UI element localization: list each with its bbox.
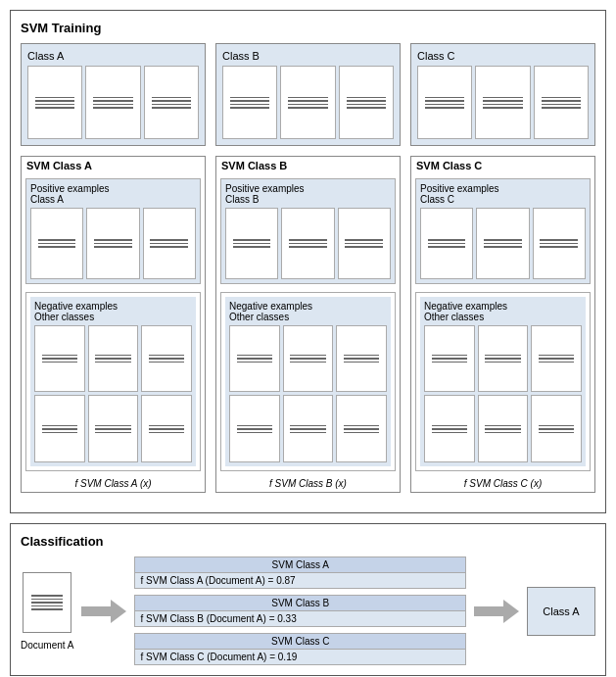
svm-a-neg-label: Negative examples Other classes [34,301,192,322]
svm-b-function: f SVM Class B (x) [216,475,400,492]
svm-c-neg-label: Negative examples Other classes [424,301,582,322]
svm-a-negative: Negative examples Other classes [25,292,201,472]
doc-icon [424,395,475,462]
svm-c-neg-inner: Negative examples Other classes [420,297,586,467]
svm-a-pos-label: Positive examples Class A [30,183,196,205]
svm-class-c-title: SVM Class C [411,157,594,174]
doc-icon [30,208,83,278]
svm-result-c-value: f SVM Class C (Document A) = 0.19 [135,650,465,664]
doc-icon [88,395,139,462]
doc-icon [85,66,140,139]
class-c-docs [417,66,589,139]
svm-result-c: SVM Class C f SVM Class C (Document A) =… [134,633,466,665]
svm-c-positive: Positive examples Class C [415,178,591,283]
doc-icon [336,325,387,393]
class-b-docs [222,66,394,139]
document-a-label: Document A [21,640,73,651]
class-a-docs [27,66,199,139]
doc-icon [229,325,280,393]
svm-c-negative: Negative examples Other classes [415,292,591,472]
svm-result-b-value: f SVM Class B (Document A) = 0.33 [135,611,465,626]
doc-icon [143,208,196,278]
classification-output: Class A [527,587,595,636]
training-section: SVM Training Class A Class B Class C [10,10,606,513]
doc-icon [225,208,278,278]
svm-b-neg-label: Negative examples Other classes [229,301,387,322]
doc-icon [280,66,335,139]
svm-b-neg-inner: Negative examples Other classes [225,297,391,467]
svm-result-a: SVM Class A f SVM Class A (Document A) =… [134,556,466,589]
doc-icon [476,208,529,278]
svm-class-c: SVM Class C Positive examples Class C Ne… [410,156,595,493]
doc-icon [531,395,582,462]
svm-result-b-header: SVM Class B [135,596,465,611]
svm-result-b: SVM Class B f SVM Class B (Document A) =… [134,595,466,627]
svm-a-neg-inner: Negative examples Other classes [30,297,196,467]
classification-section: Classification Document A SVM C [10,523,606,676]
doc-icon [34,395,85,462]
doc-icon [475,66,530,139]
svm-class-a: SVM Class A Positive examples Class A Ne… [21,156,206,493]
doc-icon [281,208,334,278]
svm-results: SVM Class A f SVM Class A (Document A) =… [134,556,466,665]
svm-result-a-value: f SVM Class A (Document A) = 0.87 [135,573,465,588]
doc-icon [531,325,582,393]
arrow-to-result [474,600,519,623]
class-a-box: Class A [21,43,206,146]
doc-icon [478,325,529,393]
doc-icon [283,325,334,393]
svm-result-a-header: SVM Class A [135,557,465,573]
doc-icon [339,66,394,139]
doc-icon [533,208,586,278]
doc-icon [478,395,529,462]
doc-icon [424,325,475,393]
doc-icon [336,395,387,462]
document-a-icon [23,572,71,633]
doc-icon [86,208,139,278]
svm-classes-row: SVM Class A Positive examples Class A Ne… [21,156,595,493]
doc-icon [417,66,472,139]
class-c-box: Class C [410,43,595,146]
doc-icon [338,208,391,278]
document-a: Document A [21,572,73,651]
svm-c-pos-label: Positive examples Class C [420,183,586,205]
doc-icon [27,66,82,139]
training-title: SVM Training [21,21,595,35]
svm-b-pos-label: Positive examples Class B [225,183,391,205]
svm-class-b: SVM Class B Positive examples Class B Ne… [215,156,401,493]
doc-icon [144,66,199,139]
class-b-box: Class B [215,43,401,146]
classification-inner: Document A SVM Class A f SVM Class A (Do… [21,556,595,665]
svm-class-a-title: SVM Class A [22,157,205,174]
class-c-label: Class C [417,50,589,62]
doc-icon [420,208,473,278]
doc-icon [141,395,192,462]
doc-icon [34,325,85,393]
doc-icon [534,66,589,139]
svm-result-c-header: SVM Class C [135,634,465,650]
doc-icon [88,325,139,393]
svm-class-b-title: SVM Class B [216,157,400,174]
svm-c-function: f SVM Class C (x) [411,475,594,492]
doc-icon [229,395,280,462]
arrow-to-svm [81,600,126,623]
classification-title: Classification [21,534,595,549]
svm-b-positive: Positive examples Class B [220,178,396,283]
class-row: Class A Class B Class C [21,43,595,146]
doc-icon [222,66,277,139]
doc-icon [141,325,192,393]
class-b-label: Class B [222,50,394,62]
svm-b-negative: Negative examples Other classes [220,292,396,472]
class-a-label: Class A [27,50,199,62]
svm-a-function: f SVM Class A (x) [22,475,205,492]
svm-a-positive: Positive examples Class A [25,178,201,283]
doc-icon [283,395,334,462]
